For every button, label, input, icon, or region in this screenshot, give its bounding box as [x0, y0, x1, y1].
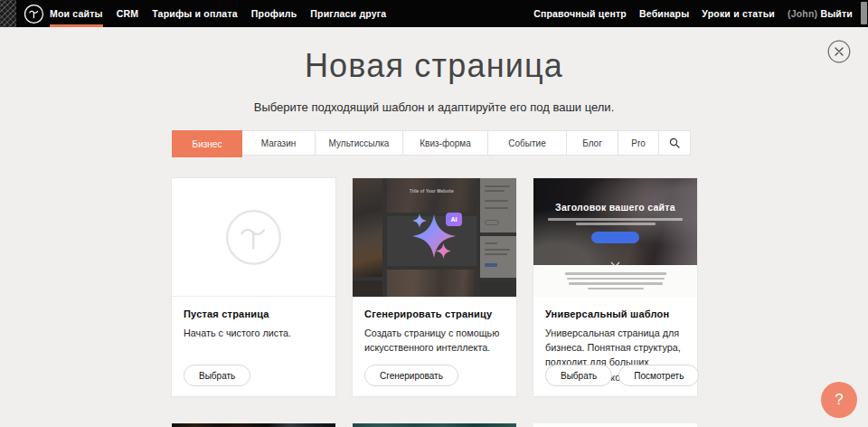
logout-link[interactable]: Выйти [820, 8, 853, 19]
ai-star-small-icon [436, 243, 451, 262]
card-title: Пустая страница [184, 308, 324, 319]
nav-invite-friend[interactable]: Пригласи друга [310, 0, 386, 27]
nav-webinars[interactable]: Вебинары [639, 0, 689, 27]
template-category-tabs: Бизнес Магазин Мультиссылка Квиз-форма С… [172, 130, 691, 157]
card-actions: Выбрать [184, 365, 250, 386]
template-textline [588, 288, 644, 290]
new-page-dialog: Мои сайты CRM Тарифы и оплата Профиль Пр… [0, 0, 868, 427]
template-textline [565, 272, 666, 275]
nav-profile[interactable]: Профиль [251, 0, 297, 27]
tab-business[interactable]: Бизнес [172, 130, 242, 157]
tab-store[interactable]: Магазин [241, 130, 316, 156]
nav-my-sites[interactable]: Мои сайты [50, 0, 103, 27]
chevron-down-icon [610, 255, 620, 265]
template-hero-button [591, 232, 639, 243]
template-textline [569, 282, 663, 285]
template-card-partial[interactable] [533, 423, 697, 427]
user-logout[interactable]: (John) Выйти [788, 0, 853, 27]
tab-quiz-form[interactable]: Квиз-форма [402, 130, 488, 156]
card-description: Начать с чистого листа. [184, 326, 324, 340]
header-pattern [0, 0, 16, 27]
tilda-logo-icon[interactable] [24, 4, 44, 24]
template-hero-heading: Заголовок вашего сайта [533, 202, 697, 213]
tab-link-in-bio[interactable]: Мультиссылка [315, 130, 403, 156]
ai-badge: AI [446, 213, 462, 226]
template-hero-textline [548, 218, 683, 221]
select-universal-button[interactable]: Выбрать [545, 365, 612, 386]
card-body: Пустая страница Начать с чистого листа. … [172, 297, 335, 396]
scrollbar-thumb[interactable] [861, 2, 867, 24]
tab-blog[interactable]: Блог [566, 130, 618, 156]
nav-lessons-articles[interactable]: Уроки и статьи [702, 0, 775, 27]
card-actions: Сгенерировать [364, 365, 458, 386]
nav-crm[interactable]: CRM [117, 0, 139, 27]
page-title: Новая страница [0, 47, 868, 85]
template-card-blank-page: Пустая страница Начать с чистого листа. … [172, 178, 335, 396]
help-icon: ? [835, 391, 843, 409]
template-card-partial[interactable] [353, 423, 516, 427]
help-button[interactable]: ? [821, 382, 857, 418]
select-blank-button[interactable]: Выбрать [184, 365, 250, 386]
search-icon [669, 138, 680, 148]
template-card-universal: Заголовок вашего сайта Универсальный шаб… [533, 178, 697, 396]
search-tab[interactable] [658, 130, 691, 156]
universal-template-preview: Заголовок вашего сайта [533, 178, 697, 297]
preview-universal-button[interactable]: Посмотреть [618, 365, 699, 386]
card-actions: Выбрать Посмотреть [545, 365, 699, 386]
tab-pro[interactable]: Pro [618, 130, 659, 156]
nav-help-center[interactable]: Справочный центр [533, 0, 627, 27]
template-hero-section: Заголовок вашего сайта [533, 178, 697, 265]
tilda-watermark-icon [224, 208, 283, 267]
card-body: Сгенерировать страницу Создать страницу … [353, 297, 516, 396]
template-textline [567, 278, 665, 280]
template-card-partial[interactable] [172, 423, 335, 427]
template-hero-textline [576, 223, 656, 225]
card-body: Универсальный шаблон Универсальная стран… [533, 297, 697, 396]
user-name: (John) [788, 8, 817, 19]
card-title: Сгенерировать страницу [364, 308, 505, 319]
card-description: Создать страницу с помощью искусственног… [364, 326, 505, 355]
card-title: Универсальный шаблон [545, 308, 685, 319]
page-subtitle: Выберите подходящий шаблон и адаптируйте… [0, 100, 868, 114]
blank-page-preview [172, 178, 335, 297]
nav-plans-payment[interactable]: Тарифы и оплата [152, 0, 238, 27]
tab-event[interactable]: Событие [487, 130, 567, 156]
template-text-section [533, 265, 697, 297]
ai-collage-preview: Title of Your Website [353, 178, 516, 297]
secondary-menu: Справочный центр Вебинары Уроки и статьи… [521, 0, 853, 27]
generate-button[interactable]: Сгенерировать [364, 365, 458, 386]
top-navigation-bar: Мои сайты CRM Тарифы и оплата Профиль Пр… [0, 0, 868, 27]
template-card-ai-generate: Title of Your Website [353, 178, 516, 396]
main-menu: Мои сайты CRM Тарифы и оплата Профиль Пр… [50, 0, 400, 27]
